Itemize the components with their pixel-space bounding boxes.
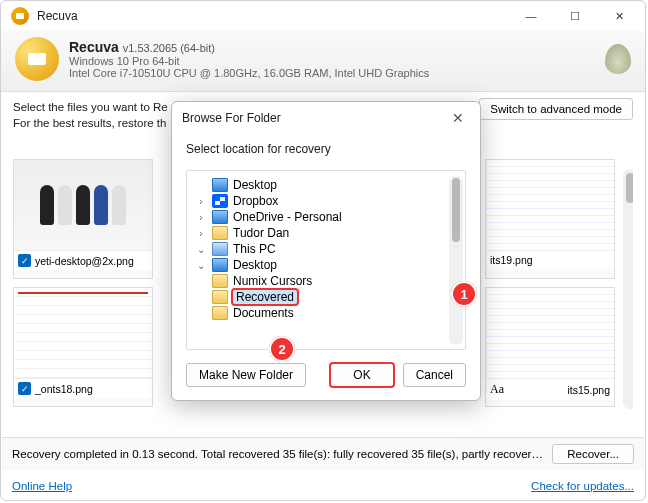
file-thumbnail[interactable]: ✓yeti-desktop@2x.png: [13, 159, 153, 279]
checkbox-checked-icon[interactable]: ✓: [18, 254, 31, 267]
tree-scrollbar[interactable]: [449, 175, 463, 345]
titlebar: Recuva — ☐ ✕: [1, 1, 645, 31]
annotation-badge-2: 2: [269, 336, 295, 362]
file-thumbnail[interactable]: Aaits15.png: [485, 287, 615, 407]
browse-for-folder-dialog: Browse For Folder ✕ Select location for …: [171, 101, 481, 401]
switch-to-advanced-button[interactable]: Switch to advanced mode: [479, 98, 633, 120]
window-title: Recuva: [37, 9, 78, 23]
piriform-icon: [605, 44, 631, 74]
check-updates-link[interactable]: Check for updates...: [531, 480, 634, 492]
maximize-button[interactable]: ☐: [553, 2, 597, 30]
make-new-folder-button[interactable]: Make New Folder: [186, 363, 306, 387]
annotation-badge-1: 1: [451, 281, 477, 307]
dialog-prompt: Select location for recovery: [186, 142, 466, 156]
minimize-button[interactable]: —: [509, 2, 553, 30]
status-text: Recovery completed in 0.13 second. Total…: [12, 448, 543, 460]
app-version: v1.53.2065 (64-bit): [123, 42, 215, 54]
folder-tree[interactable]: Desktop ›Dropbox ›OneDrive - Personal ›T…: [186, 170, 466, 350]
tree-item-desktop[interactable]: Desktop: [195, 177, 461, 193]
tree-item-dropbox[interactable]: ›Dropbox: [195, 193, 461, 209]
file-thumbnail[interactable]: ✓_onts18.png: [13, 287, 153, 407]
app-header: Recuva v1.53.2065 (64-bit) Windows 10 Pr…: [1, 31, 645, 92]
recover-button[interactable]: Recover...: [552, 444, 634, 464]
tree-item-thispc[interactable]: ⌄This PC: [195, 241, 461, 257]
os-info: Windows 10 Pro 64-bit: [69, 55, 429, 67]
app-name: Recuva: [69, 39, 119, 55]
thumbnail-filename: its19.png: [490, 254, 533, 266]
tree-item-documents[interactable]: Documents: [195, 305, 461, 321]
thumbnail-filename: its15.png: [567, 384, 610, 396]
dialog-title: Browse For Folder: [182, 111, 281, 125]
tree-item-user[interactable]: ›Tudor Dan: [195, 225, 461, 241]
scrollbar[interactable]: [623, 169, 633, 409]
tree-item-recovered[interactable]: Recovered: [195, 289, 461, 305]
font-preview-icon: Aa: [490, 382, 504, 397]
recuva-logo-icon: [15, 37, 59, 81]
recuva-icon: [11, 7, 29, 25]
status-bar: Recovery completed in 0.13 second. Total…: [2, 437, 644, 470]
tree-item-desktop2[interactable]: ⌄Desktop: [195, 257, 461, 273]
hw-info: Intel Core i7-10510U CPU @ 1.80GHz, 16.0…: [69, 67, 429, 79]
tree-item-onedrive[interactable]: ›OneDrive - Personal: [195, 209, 461, 225]
close-button[interactable]: ✕: [597, 2, 641, 30]
thumbnail-filename: yeti-desktop@2x.png: [35, 255, 134, 267]
cancel-button[interactable]: Cancel: [403, 363, 466, 387]
file-thumbnail[interactable]: its19.png: [485, 159, 615, 279]
checkbox-checked-icon[interactable]: ✓: [18, 382, 31, 395]
online-help-link[interactable]: Online Help: [12, 480, 72, 492]
ok-button[interactable]: OK: [329, 362, 394, 388]
dialog-close-button[interactable]: ✕: [446, 110, 470, 126]
thumbnail-filename: _onts18.png: [35, 383, 93, 395]
tree-item-numix[interactable]: Numix Cursors: [195, 273, 461, 289]
